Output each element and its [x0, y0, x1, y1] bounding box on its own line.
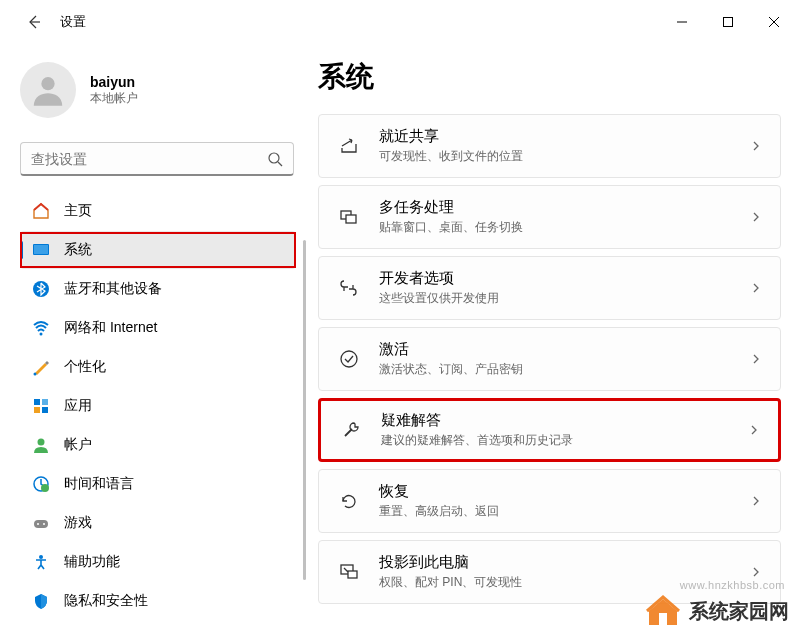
sidebar-item-label: 主页 — [64, 202, 92, 220]
search-icon — [267, 151, 283, 167]
sidebar-item-time-language[interactable]: 时间和语言 — [20, 465, 296, 503]
sidebar-item-personalization[interactable]: 个性化 — [20, 348, 296, 386]
watermark-text: 系统家园网 — [689, 598, 789, 625]
time-language-icon — [32, 475, 50, 493]
sidebar-item-label: 游戏 — [64, 514, 92, 532]
sidebar-item-gaming[interactable]: 游戏 — [20, 504, 296, 542]
svg-point-4 — [41, 77, 54, 90]
share-icon — [337, 134, 361, 158]
svg-rect-28 — [659, 613, 667, 625]
card-subtitle: 这些设置仅供开发使用 — [379, 290, 750, 307]
close-icon — [769, 17, 779, 27]
svg-point-21 — [43, 523, 45, 525]
setting-troubleshoot[interactable]: 疑难解答建议的疑难解答、首选项和历史记录 — [318, 398, 781, 462]
page-title: 系统 — [318, 58, 781, 96]
card-title: 激活 — [379, 340, 750, 359]
personalization-icon — [32, 358, 50, 376]
sidebar-item-privacy[interactable]: 隐私和安全性 — [20, 582, 296, 620]
system-icon — [32, 241, 50, 259]
privacy-icon — [32, 592, 50, 610]
network-icon — [32, 319, 50, 337]
sidebar-item-label: 隐私和安全性 — [64, 592, 148, 610]
svg-point-22 — [39, 555, 43, 559]
chevron-right-icon — [750, 353, 762, 365]
close-button[interactable] — [751, 6, 797, 38]
setting-nearby-share[interactable]: 就近共享可发现性、收到文件的位置 — [318, 114, 781, 178]
sidebar-item-label: 辅助功能 — [64, 553, 120, 571]
svg-rect-15 — [42, 407, 48, 413]
user-subtitle: 本地帐户 — [90, 90, 138, 107]
setting-activation[interactable]: 激活激活状态、订阅、产品密钥 — [318, 327, 781, 391]
chevron-right-icon — [748, 424, 760, 436]
multitasking-icon — [337, 205, 361, 229]
activation-icon — [337, 347, 361, 371]
card-subtitle: 激活状态、订阅、产品密钥 — [379, 361, 750, 378]
chevron-right-icon — [750, 566, 762, 578]
search-box[interactable] — [20, 142, 294, 176]
accounts-icon — [32, 436, 50, 454]
card-title: 疑难解答 — [381, 411, 748, 430]
minimize-button[interactable] — [659, 6, 705, 38]
svg-rect-24 — [346, 215, 356, 223]
back-arrow-icon — [26, 14, 42, 30]
sidebar-item-label: 个性化 — [64, 358, 106, 376]
chevron-right-icon — [750, 140, 762, 152]
sidebar-scrollbar[interactable] — [303, 240, 306, 620]
window-title: 设置 — [60, 13, 86, 31]
minimize-icon — [677, 17, 687, 27]
card-title: 恢复 — [379, 482, 750, 501]
chevron-right-icon — [750, 211, 762, 223]
svg-rect-19 — [34, 520, 48, 528]
card-title: 开发者选项 — [379, 269, 750, 288]
setting-developer[interactable]: 开发者选项这些设置仅供开发使用 — [318, 256, 781, 320]
svg-line-6 — [278, 162, 282, 166]
sidebar: baiyun 本地帐户 主页 系统 蓝牙和其他设备 — [0, 44, 310, 637]
watermark: 系统家园网 — [645, 593, 789, 629]
chevron-right-icon — [750, 495, 762, 507]
avatar — [20, 62, 76, 118]
back-button[interactable] — [24, 12, 44, 32]
gaming-icon — [32, 514, 50, 532]
user-icon — [29, 71, 67, 109]
search-input[interactable] — [31, 151, 267, 167]
maximize-icon — [723, 17, 733, 27]
chevron-right-icon — [750, 282, 762, 294]
svg-point-16 — [38, 439, 45, 446]
user-name: baiyun — [90, 74, 138, 90]
sidebar-item-home[interactable]: 主页 — [20, 192, 296, 230]
svg-rect-13 — [42, 399, 48, 405]
svg-point-5 — [269, 153, 279, 163]
svg-point-10 — [40, 333, 43, 336]
svg-rect-12 — [34, 399, 40, 405]
card-title: 多任务处理 — [379, 198, 750, 217]
project-icon — [337, 560, 361, 584]
sidebar-item-label: 帐户 — [64, 436, 92, 454]
svg-point-25 — [341, 351, 357, 367]
watermark-logo-icon — [645, 593, 681, 629]
titlebar: 设置 — [0, 0, 805, 44]
sidebar-item-system[interactable]: 系统 — [20, 231, 296, 269]
sidebar-item-accessibility[interactable]: 辅助功能 — [20, 543, 296, 581]
maximize-button[interactable] — [705, 6, 751, 38]
sidebar-item-apps[interactable]: 应用 — [20, 387, 296, 425]
svg-point-18 — [41, 484, 49, 492]
user-profile[interactable]: baiyun 本地帐户 — [16, 56, 310, 134]
sidebar-item-network[interactable]: 网络和 Internet — [20, 309, 296, 347]
home-icon — [32, 202, 50, 220]
recovery-icon — [337, 489, 361, 513]
svg-point-20 — [37, 523, 39, 525]
svg-point-11 — [34, 373, 37, 376]
svg-rect-27 — [348, 571, 357, 578]
setting-recovery[interactable]: 恢复重置、高级启动、返回 — [318, 469, 781, 533]
sidebar-item-label: 蓝牙和其他设备 — [64, 280, 162, 298]
sidebar-item-label: 时间和语言 — [64, 475, 134, 493]
card-subtitle: 建议的疑难解答、首选项和历史记录 — [381, 432, 748, 449]
main-content: 系统 就近共享可发现性、收到文件的位置 多任务处理贴靠窗口、桌面、任务切换 开发… — [310, 44, 805, 637]
svg-rect-1 — [724, 18, 733, 27]
sidebar-item-accounts[interactable]: 帐户 — [20, 426, 296, 464]
setting-multitasking[interactable]: 多任务处理贴靠窗口、桌面、任务切换 — [318, 185, 781, 249]
sidebar-item-bluetooth[interactable]: 蓝牙和其他设备 — [20, 270, 296, 308]
card-title: 投影到此电脑 — [379, 553, 750, 572]
window-controls — [659, 6, 797, 38]
card-subtitle: 贴靠窗口、桌面、任务切换 — [379, 219, 750, 236]
